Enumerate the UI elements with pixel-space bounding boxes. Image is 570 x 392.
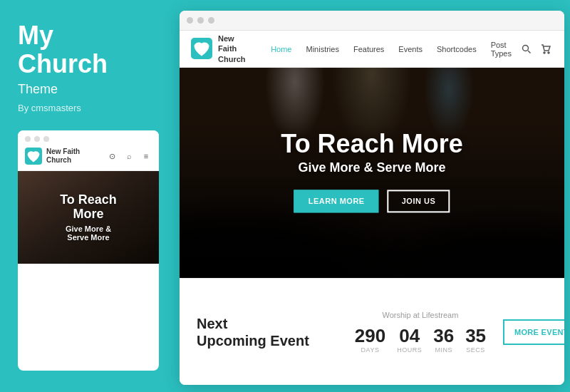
secs-number: 35: [465, 326, 486, 345]
days-number: 290: [355, 326, 385, 345]
theme-author: By cmsmasters: [18, 103, 159, 113]
left-panel: My Church Theme By cmsmasters New Faith …: [0, 0, 177, 392]
mobile-menu-icon: ≡: [140, 150, 152, 162]
worship-info: Worship at Lifestream 290 DAYS 04 HOURS …: [355, 311, 486, 354]
mobile-hero-title: To Reach More: [60, 193, 117, 222]
browser-dot-2: [197, 17, 204, 24]
search-icon[interactable]: [519, 42, 533, 56]
bottom-section: Next Upcoming Event Worship at Lifestrea…: [180, 278, 564, 385]
svg-point-0: [522, 46, 528, 51]
mins-number: 36: [433, 326, 454, 345]
browser-dot-3: [208, 17, 214, 24]
mobile-preview-card: New Faith Church ⊙ ⌕ ≡ To Reach More Giv…: [18, 130, 159, 371]
mobile-dot-1: [25, 136, 31, 142]
main-browser-window: New Faith Church Home Ministries Feature…: [180, 11, 564, 385]
theme-title: My Church: [18, 21, 159, 78]
nav-ministries[interactable]: Ministries: [299, 31, 346, 68]
countdown-hours: 04 HOURS: [397, 326, 422, 354]
mobile-icons: ⊙ ⌕ ≡: [106, 150, 152, 162]
nav-shortcodes[interactable]: Shortcodes: [430, 31, 484, 68]
countdown-mins: 36 MINS: [433, 326, 454, 354]
nav-links: Home Ministries Features Events Shortcod…: [264, 31, 519, 68]
mins-unit: MINS: [435, 346, 452, 354]
more-events-button[interactable]: MORE EVENTS: [503, 319, 564, 345]
site-logo: New Faith Church: [191, 33, 252, 64]
mobile-card-header: [18, 130, 159, 142]
days-unit: DAYS: [361, 346, 380, 354]
mobile-search-icon: ⌕: [123, 150, 135, 162]
cart-icon[interactable]: [539, 42, 553, 56]
join-us-button[interactable]: JOIN US: [388, 190, 450, 212]
mobile-logo-text: New Faith Church: [46, 148, 80, 165]
secs-unit: SECS: [466, 346, 485, 354]
next-event: Next Upcoming Event: [197, 315, 309, 349]
mobile-dot-3: [43, 136, 49, 142]
hero-content: To Reach More Give More & Serve More LEA…: [281, 130, 462, 213]
mobile-hero: To Reach More Give More & Serve More: [18, 171, 159, 264]
site-logo-text: New Faith Church: [218, 33, 252, 64]
worship-label: Worship at Lifestream: [355, 311, 486, 319]
nav-icons: [519, 42, 553, 56]
countdown-secs: 35 SECS: [465, 326, 486, 354]
hero-title: To Reach More: [281, 130, 462, 158]
hero-subtitle: Give More & Serve More: [281, 160, 462, 175]
nav-events[interactable]: Events: [391, 31, 430, 68]
browser-topbar: [180, 11, 564, 31]
next-event-label: Next Upcoming Event: [197, 315, 309, 349]
hours-unit: HOURS: [397, 346, 422, 354]
countdown: 290 DAYS 04 HOURS 36 MINS 35 SECS: [355, 326, 486, 354]
nav-home[interactable]: Home: [264, 31, 299, 68]
site-logo-icon: [191, 38, 212, 59]
mobile-hero-sub: Give More & Serve More: [66, 225, 111, 242]
svg-point-2: [544, 52, 545, 53]
svg-point-3: [548, 52, 549, 53]
nav-post-types[interactable]: Post Types: [484, 31, 519, 68]
mobile-logo-icon: [25, 148, 42, 165]
browser-dot-1: [187, 17, 193, 24]
hero-section: To Reach More Give More & Serve More LEA…: [180, 68, 564, 278]
countdown-days: 290 DAYS: [355, 326, 385, 354]
learn-more-button[interactable]: LEARN MORE: [294, 190, 379, 212]
mobile-cart-icon: ⊙: [106, 150, 118, 162]
hero-buttons: LEARN MORE JOIN US: [281, 190, 462, 212]
theme-subtitle: Theme: [18, 82, 159, 97]
mobile-dot-2: [34, 136, 40, 142]
svg-line-1: [528, 51, 531, 53]
nav-features[interactable]: Features: [346, 31, 391, 68]
mobile-nav-bar: New Faith Church ⊙ ⌕ ≡: [18, 142, 159, 171]
mobile-logo: New Faith Church: [25, 148, 80, 165]
hours-number: 04: [399, 326, 420, 345]
site-nav: New Faith Church Home Ministries Feature…: [180, 31, 564, 68]
